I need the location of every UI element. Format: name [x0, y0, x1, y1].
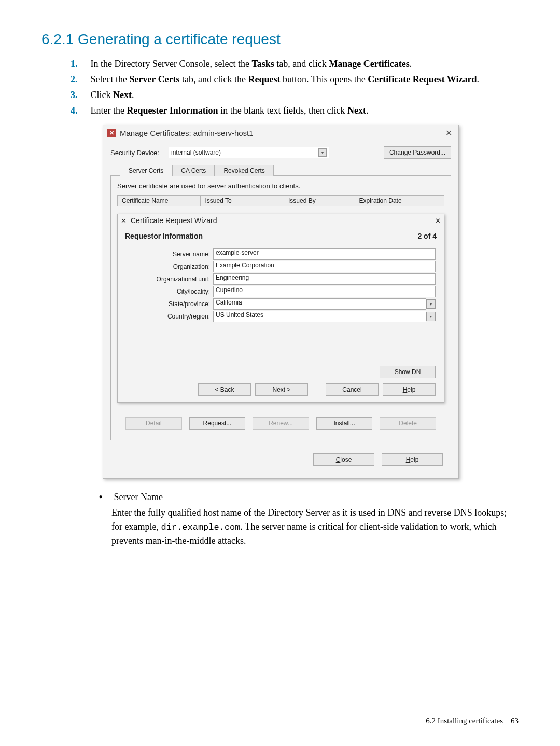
- renew-button: Renew...: [253, 417, 309, 430]
- close-button[interactable]: Close: [313, 453, 374, 466]
- server-name-input[interactable]: example-server: [213, 248, 436, 260]
- tab-ca-certs[interactable]: CA Certs: [172, 165, 215, 176]
- close-icon[interactable]: ✕: [443, 128, 454, 138]
- label-org-unit: Organizational unit:: [126, 275, 213, 283]
- bullet-title: Server Name: [114, 492, 163, 502]
- request-button[interactable]: Request...: [189, 417, 246, 430]
- detail-button: Detail: [125, 417, 182, 430]
- label-country: Country/region:: [126, 313, 213, 320]
- col-expiration[interactable]: Expiration Date: [355, 196, 444, 206]
- chevron-down-icon[interactable]: ▾: [426, 312, 436, 321]
- city-input[interactable]: Cupertino: [213, 286, 436, 297]
- dialog-title: Manage Certificates: admin-serv-host1: [120, 129, 439, 137]
- manage-certificates-dialog: ✕ Manage Certificates: admin-serv-host1 …: [103, 125, 459, 479]
- panel-description: Server certificate are used for server a…: [117, 182, 444, 190]
- state-input[interactable]: California: [213, 298, 426, 310]
- back-button[interactable]: < Back: [198, 383, 251, 396]
- chevron-down-icon[interactable]: ▾: [318, 148, 327, 157]
- install-button[interactable]: Install...: [316, 417, 373, 430]
- titlebar: ✕ Manage Certificates: admin-serv-host1 …: [103, 125, 458, 142]
- col-issued-by[interactable]: Issued By: [284, 196, 355, 206]
- security-device-combo[interactable]: internal (software) ▾: [169, 147, 329, 158]
- delete-button: Delete: [380, 417, 436, 430]
- help-button[interactable]: Help: [383, 383, 436, 396]
- show-dn-button[interactable]: Show DN: [380, 366, 436, 378]
- bullet-list: Server Name Enter the fully qualified ho…: [111, 490, 519, 547]
- certs-table-header: Certificate Name Issued To Issued By Exp…: [117, 195, 444, 206]
- change-password-button[interactable]: Change Password...: [384, 146, 451, 159]
- organization-input[interactable]: Example Corporation: [213, 261, 436, 272]
- bullet-body: Enter the fully qualified host name of t…: [111, 506, 519, 547]
- step-2: Select the Server Certs tab, and click t…: [88, 73, 519, 86]
- cert-tabs: Server Certs CA Certs Revoked Certs: [120, 165, 451, 176]
- col-issued-to[interactable]: Issued To: [201, 196, 284, 206]
- tab-server-certs[interactable]: Server Certs: [120, 165, 172, 176]
- close-icon[interactable]: ✕: [435, 217, 441, 225]
- app-icon: ✕: [121, 217, 127, 225]
- security-device-label: Security Device:: [110, 149, 165, 157]
- country-input[interactable]: US United States: [213, 311, 426, 322]
- security-device-value: internal (software): [171, 149, 221, 156]
- app-icon: ✕: [107, 129, 116, 137]
- wizard-title: Certificate Request Wizard: [131, 216, 431, 225]
- tab-revoked-certs[interactable]: Revoked Certs: [215, 165, 273, 176]
- wizard-step-title: Requestor Information: [125, 232, 203, 240]
- requestor-form: Server name: example-server Organization…: [118, 245, 444, 327]
- label-state: State/province:: [126, 300, 213, 308]
- section-heading: 6.2.1 Generating a certificate request: [41, 31, 519, 48]
- page-footer: 6.2 Installing certificates 63: [426, 716, 519, 725]
- org-unit-input[interactable]: Engineering: [213, 273, 436, 285]
- code-hostname: dir.example.com: [161, 522, 240, 532]
- col-cert-name[interactable]: Certificate Name: [118, 196, 201, 206]
- help-button[interactable]: Help: [382, 453, 443, 466]
- step-1: In the Directory Server Console, select …: [88, 57, 519, 71]
- label-server-name: Server name:: [126, 251, 213, 258]
- chevron-down-icon[interactable]: ▾: [426, 299, 436, 309]
- next-button[interactable]: Next >: [255, 383, 308, 396]
- step-3: Click Next.: [88, 88, 519, 102]
- step-4: Enter the Requester Information in the b…: [88, 104, 519, 117]
- certificate-request-wizard: ✕ Certificate Request Wizard ✕ Requestor…: [117, 214, 444, 403]
- steps-list: In the Directory Server Console, select …: [88, 57, 519, 117]
- label-city: City/locality:: [126, 288, 213, 295]
- cancel-button[interactable]: Cancel: [326, 383, 379, 396]
- label-organization: Organization:: [126, 263, 213, 270]
- wizard-step-count: 2 of 4: [417, 232, 437, 240]
